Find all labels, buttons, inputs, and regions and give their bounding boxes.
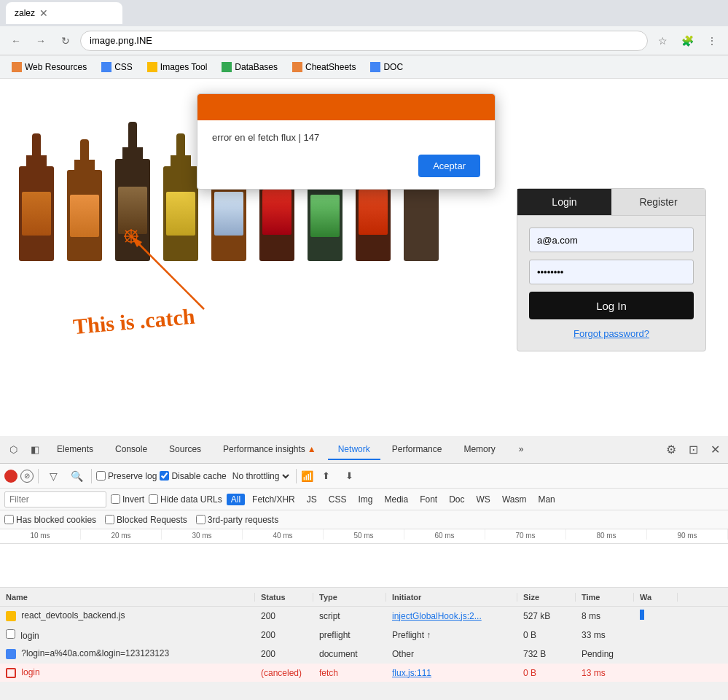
bookmark-databases[interactable]: DataBases	[216, 61, 283, 74]
filter-type-man[interactable]: Man	[533, 494, 559, 505]
address-bar[interactable]	[80, 31, 648, 51]
bottle-body	[19, 166, 54, 261]
tab-more-button[interactable]: »	[509, 440, 534, 460]
forward-button[interactable]: →	[31, 31, 51, 51]
bottle-neck	[32, 133, 41, 155]
tab-sources[interactable]: Sources	[159, 440, 211, 460]
email-field[interactable]	[529, 228, 694, 252]
clear-button[interactable]: ⊘	[20, 470, 34, 483]
table-row[interactable]: ?login=a%40a.com&login=123123123 200 doc…	[0, 645, 728, 664]
performance-insights-icon: ▲	[308, 444, 316, 454]
network-toolbar: ⊘ ▽ 🔍 Preserve log Disable cache No thro…	[0, 464, 728, 489]
browser-tab[interactable]: zalez ✕	[6, 2, 122, 24]
tab-network[interactable]: Network	[328, 440, 380, 460]
login-tab-register[interactable]: Register	[611, 189, 705, 215]
table-row[interactable]: login 200 preflight Preflight ↑ 0 B 33 m…	[0, 626, 728, 645]
menu-button[interactable]: ⋮	[702, 31, 722, 51]
export-icon[interactable]: ⬇	[340, 466, 360, 486]
tab-memory[interactable]: Memory	[453, 440, 505, 460]
td-size: 0 B	[517, 668, 576, 678]
bookmark-images-tool[interactable]: Images Tool	[141, 61, 213, 74]
login-tabs: Login Register	[517, 189, 705, 216]
forgot-password-link[interactable]: Forgot password?	[529, 328, 694, 339]
row-checkbox[interactable]	[6, 629, 15, 639]
record-button[interactable]	[4, 470, 17, 483]
bottle-neck	[80, 139, 89, 160]
login-button[interactable]: Log In	[529, 292, 694, 319]
td-time: Pending	[576, 649, 634, 659]
bottle-label	[359, 190, 388, 235]
bookmark-cheatsheets[interactable]: CheatSheets	[286, 61, 361, 74]
beer-bottle-1	[15, 133, 58, 261]
devtools-dock-icon[interactable]: ⊡	[683, 440, 703, 460]
invert-checkbox[interactable]	[111, 494, 120, 504]
filter-type-all[interactable]: All	[227, 494, 245, 505]
tab-performance[interactable]: Performance	[382, 440, 453, 460]
back-button[interactable]: ←	[6, 31, 26, 51]
devtools-settings-icon[interactable]: ⚙	[661, 440, 681, 460]
td-size: 527 kB	[517, 611, 576, 621]
third-party-requests-label[interactable]: 3rd-party requests	[196, 515, 278, 525]
timeline-mark-0: 10 ms	[0, 529, 81, 540]
th-initiator: Initiator	[386, 593, 517, 602]
row-icon-fetch	[6, 668, 16, 678]
filter-type-doc[interactable]: Doc	[445, 494, 469, 505]
timeline-mark-1: 20 ms	[81, 529, 162, 540]
table-row[interactable]: react_devtools_backend.js 200 script inj…	[0, 607, 728, 626]
third-party-requests-checkbox[interactable]	[196, 515, 206, 524]
alert-message: error en el fetch flux | 147	[212, 132, 480, 143]
preserve-log-label[interactable]: Preserve log	[96, 471, 157, 481]
table-row[interactable]: login (canceled) fetch flux.js:111 0 B 1…	[0, 664, 728, 682]
disable-cache-label[interactable]: Disable cache	[160, 471, 226, 481]
extensions-button[interactable]: 🧩	[677, 31, 697, 51]
td-type: document	[313, 649, 386, 659]
td-initiator[interactable]: flux.js:111	[386, 668, 517, 678]
bookmark-doc[interactable]: DOC	[364, 61, 409, 74]
blocked-requests-label[interactable]: Blocked Requests	[105, 515, 187, 525]
bookmark-web-resources[interactable]: Web Resources	[6, 61, 93, 74]
table-header: Name Status Type Initiator Size Time Wa	[0, 588, 728, 607]
tab-console[interactable]: Console	[105, 440, 157, 460]
network-table-container: Name Status Type Initiator Size Time Wa …	[0, 588, 728, 700]
filter-type-img[interactable]: Img	[353, 494, 377, 505]
filter-toggle-button[interactable]: ▽	[43, 466, 63, 486]
disable-cache-checkbox[interactable]	[160, 471, 169, 481]
timeline-mark-6: 70 ms	[485, 529, 566, 540]
login-form: Log In Forgot password?	[517, 216, 705, 351]
td-name: ?login=a%40a.com&login=123123123	[0, 648, 255, 659]
has-blocked-cookies-label[interactable]: Has blocked cookies	[4, 515, 96, 525]
td-type: preflight	[313, 630, 386, 640]
star-button[interactable]: ☆	[652, 31, 673, 51]
filter-type-fetch-xhr[interactable]: Fetch/XHR	[248, 494, 300, 505]
td-initiator[interactable]: injectGlobalHook.js:2...	[386, 611, 517, 621]
has-blocked-cookies-checkbox[interactable]	[4, 515, 14, 524]
search-network-button[interactable]: 🔍	[66, 466, 87, 486]
hide-data-urls-label[interactable]: Hide data URLs	[149, 494, 222, 505]
filter-type-ws[interactable]: WS	[472, 494, 495, 505]
filter-input[interactable]	[4, 491, 106, 508]
invert-label[interactable]: Invert	[111, 494, 144, 505]
tab-performance-insights[interactable]: Performance insights ▲	[213, 440, 326, 460]
cursor-icon[interactable]: ⬡	[3, 440, 23, 460]
th-status: Status	[255, 593, 313, 602]
import-icon[interactable]: ⬆	[316, 466, 337, 486]
filter-type-wasm[interactable]: Wasm	[498, 494, 531, 505]
aceptar-button[interactable]: Aceptar	[418, 155, 480, 177]
devtools-close-icon[interactable]: ✕	[705, 440, 725, 460]
timeline-ruler: 10 ms 20 ms 30 ms 40 ms 50 ms 60 ms 70 m…	[0, 529, 728, 544]
tab-elements[interactable]: Elements	[47, 440, 103, 460]
bookmark-css[interactable]: CSS	[95, 61, 138, 74]
throttle-select[interactable]: No throttling	[230, 470, 291, 482]
password-field[interactable]	[529, 260, 694, 284]
filter-type-media[interactable]: Media	[380, 494, 412, 505]
layers-icon[interactable]: ◧	[25, 440, 45, 460]
blocked-requests-checkbox[interactable]	[105, 515, 114, 524]
login-tab-login[interactable]: Login	[517, 189, 611, 215]
hide-data-urls-checkbox[interactable]	[149, 494, 158, 504]
filter-type-js[interactable]: JS	[302, 494, 321, 505]
reload-button[interactable]: ↻	[55, 31, 76, 51]
preserve-log-checkbox[interactable]	[96, 471, 106, 481]
tab-close-icon[interactable]: ✕	[39, 7, 48, 19]
filter-type-font[interactable]: Font	[415, 494, 442, 505]
filter-type-css[interactable]: CSS	[324, 494, 351, 505]
